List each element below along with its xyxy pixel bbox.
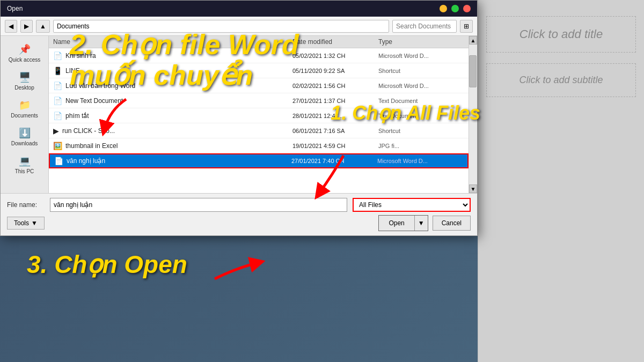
scroll-track <box>469 45 477 184</box>
file-date: 19/01/2021 4:59 CH <box>292 143 378 149</box>
scroll-thumb[interactable] <box>469 55 477 87</box>
address-bar[interactable] <box>53 20 389 33</box>
pc-icon: 💻 <box>19 155 31 167</box>
file-open-dialog: Open ◀ ▶ ▲ ⊞ 📌 Quick access 🖥️ Desktop <box>0 0 478 236</box>
slide-subtitle-placeholder[interactable]: Click to add subtitle <box>486 63 635 97</box>
file-list-header: Name Date modified Type <box>49 36 469 48</box>
sidebar-label: Desktop <box>14 85 34 91</box>
file-name: Khi sinh ra <box>65 52 96 60</box>
sidebar-label: Downloads <box>11 141 38 146</box>
file-type: Shortcut <box>378 68 464 74</box>
file-name-cell: 📄 văn nghị luận <box>54 157 291 165</box>
sidebar-label: This PC <box>15 168 34 174</box>
file-name: phím tắt <box>65 112 89 120</box>
dialog-titlebar: Open <box>1 1 477 17</box>
filename-input[interactable] <box>50 198 347 212</box>
file-name: thumbnail in Excel <box>65 142 118 150</box>
close-button[interactable] <box>463 5 471 12</box>
file-row[interactable]: 📱 LINE 05/11/2020 9:22 SA Shortcut <box>49 63 469 78</box>
file-type: Microsoft Word D... <box>377 158 463 164</box>
file-icon: 📄 <box>53 51 62 60</box>
sidebar-label: Documents <box>11 113 38 119</box>
file-type: Microsoft Word D... <box>378 53 464 59</box>
file-type: Text Document <box>378 98 464 104</box>
tools-label: Tools <box>14 219 29 227</box>
sidebar-desktop[interactable]: 🖥️ Desktop <box>1 68 48 94</box>
file-row[interactable]: 📄 phím tắt 28/01/2021 12:47 ... Text Doc… <box>49 108 469 123</box>
quick-access-icon: 📌 <box>19 43 31 55</box>
documents-icon: 📁 <box>19 99 31 111</box>
file-name-cell: 📄 Lưu văn bản trong Word <box>53 82 292 90</box>
file-icon: 🖼️ <box>53 142 62 150</box>
tools-dropdown-icon: ▼ <box>31 219 38 227</box>
cancel-button[interactable]: Cancel <box>433 216 471 231</box>
slide-right-panel: Click to add title Click to add subtitle <box>478 0 644 362</box>
file-row[interactable]: ▶ run CLICK - Sho... 06/01/2021 7:16 SA … <box>49 123 469 138</box>
dialog-sidebar: 📌 Quick access 🖥️ Desktop 📁 Documents ⬇️… <box>1 36 49 193</box>
search-input[interactable] <box>392 20 457 33</box>
file-icon: 📱 <box>53 67 62 75</box>
file-row[interactable]: 📄 Khi sinh ra 05/02/2021 1:32 CH Microso… <box>49 48 469 63</box>
view-options-button[interactable]: ⊞ <box>460 20 473 33</box>
back-button[interactable]: ◀ <box>5 20 17 33</box>
open-button[interactable]: Open <box>379 216 414 231</box>
tools-button[interactable]: Tools ▼ <box>7 217 45 230</box>
filetype-select[interactable]: All Files Word Documents (*.docx) PDF Fi… <box>353 198 471 212</box>
file-name: run CLICK - Sho... <box>62 127 115 135</box>
sidebar-documents[interactable]: 📁 Documents <box>1 96 48 122</box>
minimize-button[interactable] <box>440 5 447 12</box>
file-type: Text Document <box>378 113 464 119</box>
sidebar-this-pc[interactable]: 💻 This PC <box>1 152 48 178</box>
titlebar-controls <box>440 5 471 12</box>
dialog-actions-row: Tools ▼ Open ▼ Cancel <box>7 215 471 231</box>
file-date: 02/02/2021 1:56 CH <box>292 83 378 89</box>
file-list-area: Name Date modified Type 📄 Khi sinh ra 05… <box>49 36 469 193</box>
file-type: Microsoft Word D... <box>378 83 464 89</box>
dialog-content: 📌 Quick access 🖥️ Desktop 📁 Documents ⬇️… <box>1 36 477 193</box>
dialog-title: Open <box>7 5 23 12</box>
sidebar-label: Quick access <box>9 57 40 63</box>
file-date: 05/02/2021 1:32 CH <box>292 53 378 59</box>
file-name-cell: 📄 Khi sinh ra <box>53 51 292 60</box>
up-button[interactable]: ▲ <box>36 20 50 33</box>
forward-button[interactable]: ▶ <box>20 20 33 33</box>
file-date: 05/11/2020 9:22 SA <box>292 68 378 74</box>
dialog-toolbar: ◀ ▶ ▲ ⊞ <box>1 17 477 36</box>
file-icon: 📄 <box>54 157 63 165</box>
file-row-selected[interactable]: 📄 văn nghị luận 27/01/2021 7:40 CH Micro… <box>49 153 469 168</box>
maximize-button[interactable] <box>451 5 459 12</box>
file-icon: 📄 <box>53 112 62 120</box>
col-type: Type <box>378 38 464 46</box>
scroll-up-button[interactable]: ▲ <box>469 36 477 45</box>
file-name-cell: 🖼️ thumbnail in Excel <box>53 142 292 150</box>
file-name-cell: 📄 phím tắt <box>53 112 292 120</box>
file-name-cell: 📱 LINE <box>53 67 292 75</box>
sidebar-downloads[interactable]: ⬇️ Downloads <box>1 124 48 150</box>
file-list: 📄 Khi sinh ra 05/02/2021 1:32 CH Microso… <box>49 48 469 193</box>
scrollbar[interactable]: ▲ ▼ <box>469 36 477 193</box>
file-row[interactable]: 📄 New Text Document 27/01/2021 1:37 CH T… <box>49 93 469 108</box>
file-type: Shortcut <box>378 128 464 134</box>
file-date: 06/01/2021 7:16 SA <box>292 128 378 134</box>
file-name-cell: 📄 New Text Document <box>53 97 292 105</box>
file-name: New Text Document <box>65 97 123 105</box>
scroll-down-button[interactable]: ▼ <box>469 184 477 193</box>
file-date: 28/01/2021 12:47 ... <box>292 113 378 119</box>
desktop-icon: 🖥️ <box>19 71 31 83</box>
file-icon: 📄 <box>53 82 62 90</box>
file-name: văn nghị luận <box>67 157 105 165</box>
file-row[interactable]: 📄 Lưu văn bản trong Word 02/02/2021 1:56… <box>49 78 469 93</box>
file-type: JPG fi... <box>378 143 464 149</box>
file-date: 27/01/2021 7:40 CH <box>291 158 377 164</box>
file-name: LINE <box>65 67 80 75</box>
file-date: 27/01/2021 1:37 CH <box>292 98 378 104</box>
filename-row: File name: All Files Word Documents (*.d… <box>7 198 471 212</box>
slide-title-placeholder[interactable]: Click to add title <box>486 16 635 53</box>
file-name: Lưu văn bản trong Word <box>65 82 135 90</box>
col-date: Date modified <box>292 38 378 46</box>
open-dropdown-button[interactable]: ▼ <box>415 216 428 231</box>
filename-label: File name: <box>7 201 45 209</box>
dialog-bottom: File name: All Files Word Documents (*.d… <box>1 193 477 235</box>
file-row[interactable]: 🖼️ thumbnail in Excel 19/01/2021 4:59 CH… <box>49 138 469 153</box>
sidebar-quick-access[interactable]: 📌 Quick access <box>1 40 48 66</box>
